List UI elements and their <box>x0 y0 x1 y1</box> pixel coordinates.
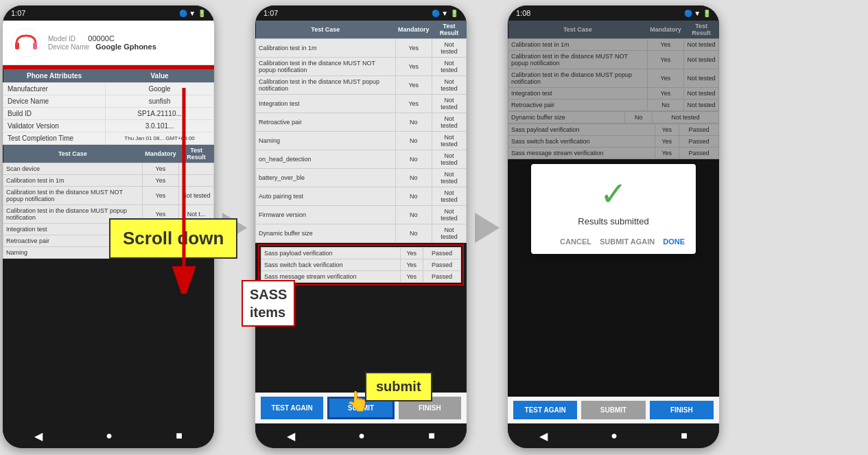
phone-2: 1:07 🔵 ▼ 🔋 Test Case Mandatory Test Resu… <box>255 5 467 448</box>
sass-mandatory: Yes <box>400 259 423 271</box>
dialog-done-button[interactable]: DONE <box>663 237 685 246</box>
model-id-value: 00000C <box>88 34 115 43</box>
attr-name: Manufacturer <box>3 83 106 95</box>
nav-bar-3: ◀ ● ■ <box>508 423 719 448</box>
device-name-label: Device Name <box>48 43 89 51</box>
sass-result: Passed <box>423 248 460 259</box>
test-case-name: Integration test <box>256 95 396 113</box>
home-button-2[interactable]: ● <box>358 430 365 442</box>
status-icons-3: 🔵 ▼ 🔋 <box>684 10 711 17</box>
test-case-name: Calibration test in 1m <box>3 175 143 187</box>
home-button-3[interactable]: ● <box>611 430 618 442</box>
test-mandatory: Yes <box>395 39 432 58</box>
test-case-name: Naming <box>256 132 396 150</box>
test-mandatory: No <box>395 150 432 169</box>
status-time-2: 1:07 <box>263 9 278 17</box>
table-row: Dynamic buffer size No Not tested <box>256 224 467 243</box>
table-row: Naming No Not tested <box>256 132 467 150</box>
test-case-name: Retroactive pair <box>256 113 396 132</box>
test-result: Not tested <box>432 58 467 76</box>
test-case-name: Calibration test in 1m <box>256 39 396 58</box>
dialog-overlay: ✓ Results submitted CANCEL SUBMIT AGAIN … <box>508 21 719 397</box>
table-row: Sass payload verification Yes Passed <box>261 248 461 259</box>
sass-items-annotation: SASSitems <box>242 280 295 327</box>
test-result: Not tested <box>432 76 467 95</box>
test-case-name: Calibration test in the distance MUST NO… <box>256 58 396 76</box>
phone2-scroll-content: Test Case Mandatory Test Result Calibrat… <box>255 21 467 393</box>
model-id-label: Model ID <box>48 35 75 43</box>
submit-button-3[interactable]: SUBMIT <box>581 401 645 419</box>
test-result: Not tested <box>432 39 467 58</box>
test-mandatory: No <box>395 187 432 206</box>
action-buttons-3: TEST AGAIN SUBMIT FINISH <box>508 397 719 423</box>
dialog-submit-again-button[interactable]: SUBMIT AGAIN <box>600 237 655 246</box>
recents-button-2[interactable]: ■ <box>428 430 435 442</box>
test-mandatory: No <box>395 113 432 132</box>
test-case-name: Calibration test in the distance MUST po… <box>256 76 396 95</box>
attr-value: SP1A.21110... <box>106 108 214 120</box>
table-row: Retroactive pair No Not tested <box>256 113 467 132</box>
sass-mandatory: Yes <box>400 248 423 259</box>
checkmark-icon: ✓ <box>542 178 685 211</box>
attr-name: Build ID <box>3 108 106 120</box>
test-result: Not tested <box>432 169 467 187</box>
table-row: Firmware version No Not tested <box>256 206 467 224</box>
test-case-name: Scan device <box>3 163 143 175</box>
submit-annotation: submit <box>365 372 432 401</box>
device-header: Model ID 00000C Device Name Google Gphon… <box>3 21 214 65</box>
device-icon <box>11 27 41 58</box>
finish-button-3[interactable]: FINISH <box>650 401 714 419</box>
table-row: Sass switch back verification Yes Passed <box>261 259 461 271</box>
table-row: Calibration test in 1m Yes Not tested <box>256 39 467 58</box>
status-time-3: 1:08 <box>516 9 530 17</box>
test-again-button-2[interactable]: TEST AGAIN <box>261 397 323 419</box>
attr-col-header-2: Value <box>106 69 214 83</box>
test-mandatory: Yes <box>395 58 432 76</box>
status-icons-1: 🔵 ▼ 🔋 <box>179 10 206 17</box>
dialog-message: Results submitted <box>542 216 685 226</box>
phone3-scroll-content: Test Case Mandatory Test Result Calibrat… <box>508 21 719 397</box>
back-button-2[interactable]: ◀ <box>287 430 295 443</box>
test-case-name: on_head_detection <box>256 150 396 169</box>
status-bar-3: 1:08 🔵 ▼ 🔋 <box>508 5 719 21</box>
table-row: Integration test Yes Not tested <box>256 95 467 113</box>
back-button-1[interactable]: ◀ <box>34 430 43 443</box>
test-result: Not tested <box>432 224 467 243</box>
test2-col-1: Test Case <box>256 21 396 39</box>
scroll-down-arrow <box>172 88 196 294</box>
arrow-connector-2 <box>467 213 508 243</box>
test-result: Not tested <box>432 187 467 206</box>
table-row: on_head_detection No Not tested <box>256 150 467 169</box>
table-row: Auto pairing test No Not tested <box>256 187 467 206</box>
test-again-button-3[interactable]: TEST AGAIN <box>513 401 577 419</box>
recents-button-1[interactable]: ■ <box>176 430 183 442</box>
sass-mandatory: Yes <box>400 271 423 283</box>
home-button-1[interactable]: ● <box>106 430 113 442</box>
test-result: Not tested <box>432 150 467 169</box>
attr-value: Thu Jan 01 08... GMT+08:00 <box>106 132 214 145</box>
test-result: Not tested <box>432 206 467 224</box>
nav-bar-1: ◀ ● ■ <box>3 423 214 448</box>
results-submitted-dialog: ✓ Results submitted CANCEL SUBMIT AGAIN … <box>531 164 696 254</box>
test-col-header-1: Test Case <box>3 145 143 163</box>
dialog-cancel-button[interactable]: CANCEL <box>560 237 591 246</box>
attr-value: sunfish <box>106 95 214 108</box>
status-bar-1: 1:07 🔵 ▼ 🔋 <box>3 5 214 21</box>
attr-value: Google <box>106 83 214 95</box>
test-mandatory: No <box>395 224 432 243</box>
table-row: Calibration test in the distance MUST po… <box>256 76 467 95</box>
sass-test-name: Sass payload verification <box>261 248 401 259</box>
cursor-hand-icon: 👆 <box>346 390 370 412</box>
back-button-3[interactable]: ◀ <box>539 430 548 443</box>
test-mandatory: No <box>395 132 432 150</box>
table-row: Calibration test in the distance MUST NO… <box>256 58 467 76</box>
sass-result: Passed <box>423 259 460 271</box>
device-name-value: Google Gphones <box>95 43 156 51</box>
attr-value: 3.0.101... <box>106 120 214 132</box>
sass-table-2: Sass payload verification Yes Passed Sas… <box>261 247 461 283</box>
test-mandatory: No <box>395 206 432 224</box>
recents-button-3[interactable]: ■ <box>681 430 688 442</box>
test-case-name: Firmware version <box>256 206 396 224</box>
dialog-buttons: CANCEL SUBMIT AGAIN DONE <box>542 237 685 246</box>
test-result: Not tested <box>432 113 467 132</box>
